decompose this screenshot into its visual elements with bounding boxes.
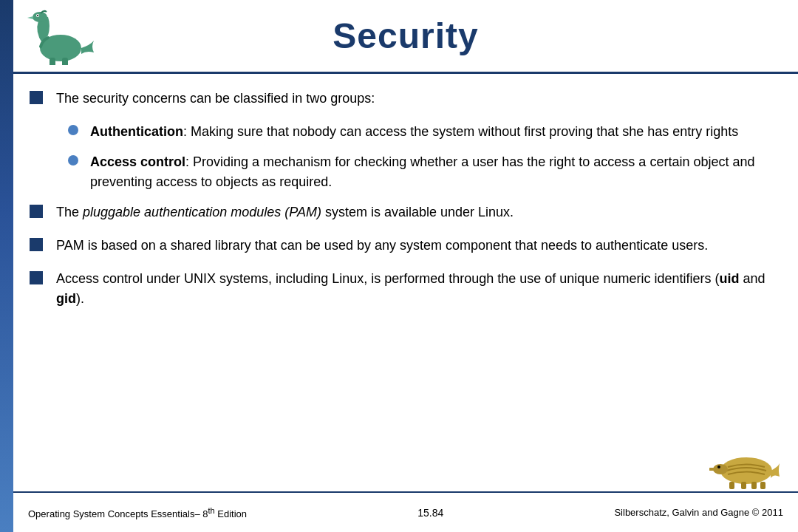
bullet-1b: Access control: Providing a mechanism fo… xyxy=(68,152,776,192)
footer-left-text: Operating System Concepts Essentials– 8t… xyxy=(28,505,247,519)
svg-rect-9 xyxy=(729,482,734,489)
bullet-2-prefix: The xyxy=(56,205,83,219)
bullet-1b-label: Access control xyxy=(90,154,185,169)
bullet-1-icon xyxy=(30,91,43,104)
bullet-1: The security concerns can be classified … xyxy=(30,89,776,109)
slide-footer: Operating System Concepts Essentials– 8t… xyxy=(13,491,798,532)
svg-rect-12 xyxy=(760,482,765,489)
bullet-2-text: The pluggable authentication modules (PA… xyxy=(56,202,514,222)
bullet-4-text: Access control under UNIX systems, inclu… xyxy=(56,269,776,309)
footer-copyright: Silberschatz, Galvin and Gagne © 2011 xyxy=(614,507,783,518)
svg-rect-11 xyxy=(751,482,757,489)
footer-page-number: 15.84 xyxy=(417,507,443,519)
bullet-3: PAM is based on a shared library that ca… xyxy=(30,236,776,256)
bullet-4-gid: gid xyxy=(56,291,76,306)
slide: Security The security concerns can be cl… xyxy=(0,0,798,532)
bullet-4-mid: and xyxy=(739,271,765,286)
bullet-4-prefix: Access control under UNIX systems, inclu… xyxy=(56,271,719,286)
bullet-2-icon xyxy=(30,205,43,218)
slide-content: The security concerns can be classified … xyxy=(30,81,776,488)
left-accent-bar xyxy=(0,0,13,532)
bullet-4-icon xyxy=(30,271,43,284)
bullet-2-italic: pluggable authentication modules (PAM) xyxy=(83,205,321,219)
bullet-4-suffix: ). xyxy=(76,291,84,306)
bullet-1b-text: Access control: Providing a mechanism fo… xyxy=(90,152,776,192)
slide-header: Security xyxy=(13,0,798,74)
bullet-1a: Authentication: Making sure that nobody … xyxy=(68,122,776,142)
bullet-2: The pluggable authentication modules (PA… xyxy=(30,202,776,222)
dino-bottom-right xyxy=(709,434,783,489)
bullet-4: Access control under UNIX systems, inclu… xyxy=(30,269,776,309)
bullet-3-content: PAM is based on a shared library that ca… xyxy=(56,238,708,253)
bullet-1-text: The security concerns can be classified … xyxy=(56,89,375,109)
bullet-1a-label: Authentication xyxy=(90,124,183,139)
bullet-3-text: PAM is based on a shared library that ca… xyxy=(56,236,708,256)
bullet-1a-icon xyxy=(68,125,78,135)
bullet-1b-icon xyxy=(68,155,78,166)
slide-title: Security xyxy=(332,16,478,56)
bullet-1a-text: Authentication: Making sure that nobody … xyxy=(90,122,738,142)
bullet-4-uid: uid xyxy=(719,271,739,286)
svg-rect-10 xyxy=(741,482,746,489)
bullet-3-icon xyxy=(30,238,43,251)
svg-point-8 xyxy=(717,466,720,468)
bullet-2-suffix: system is available under Linux. xyxy=(321,205,514,219)
